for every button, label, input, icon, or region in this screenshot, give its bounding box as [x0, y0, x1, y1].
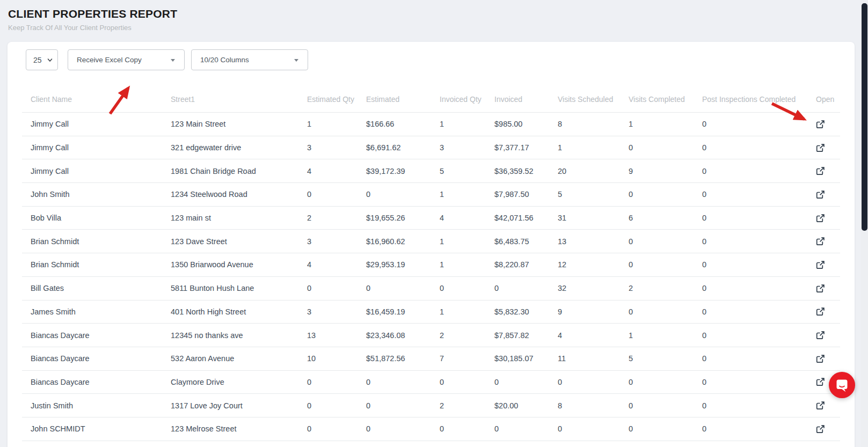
open-link-button[interactable]	[816, 166, 840, 175]
cell-invoiced: 0	[494, 424, 558, 433]
cell-invoiced: 0	[494, 378, 558, 386]
cell-visits-completed: 0	[629, 190, 702, 199]
table-row: Brian Schmidt 1350 Briarwood Avenue 4 $2…	[22, 253, 840, 277]
open-link-button[interactable]	[816, 120, 840, 129]
cell-estimated-qty: 0	[307, 190, 366, 199]
external-link-icon	[816, 143, 825, 152]
cell-street1: 123 main st	[171, 214, 307, 222]
cell-estimated-qty: 10	[307, 354, 366, 363]
table-row: Jimmy Call 1981 Chain Bridge Road 4 $39,…	[22, 159, 840, 183]
cell-client-name: Brian Schmidt	[31, 260, 171, 269]
cell-post-inspections-completed: 0	[702, 378, 816, 386]
caret-down-icon	[294, 59, 298, 62]
chat-button[interactable]	[829, 372, 855, 398]
table-row: Bob Villa 123 main st 2 $19,655.26 4 $42…	[22, 207, 840, 230]
cell-invoiced: $7,987.50	[494, 190, 558, 199]
cell-estimated-qty: 3	[307, 307, 366, 316]
cell-visits-scheduled: 11	[558, 354, 629, 363]
open-link-button[interactable]	[816, 401, 840, 410]
cell-client-name: John Smith	[31, 190, 171, 199]
open-link-button[interactable]	[816, 354, 840, 363]
cell-client-name: Brian Schmidt	[31, 237, 171, 246]
cell-invoiced: $7,377.17	[494, 143, 558, 152]
cell-visits-scheduled: 0	[558, 378, 629, 386]
receive-excel-copy-dropdown[interactable]: Receive Excel Copy	[68, 49, 185, 70]
external-link-icon	[816, 166, 825, 175]
cell-client-name: Biancas Daycare	[31, 354, 171, 363]
cell-visits-scheduled: 12	[558, 260, 629, 269]
cell-visits-completed: 2	[629, 284, 702, 292]
cell-street1: 123 Main Street	[171, 120, 307, 128]
table-row: Biancas Daycare 532 Aaron Avenue 10 $51,…	[22, 347, 840, 371]
report-card: 25 Receive Excel Copy 10/20 Columns Clie…	[8, 42, 855, 447]
cell-estimated: $19,655.26	[366, 214, 440, 222]
client-properties-table: Client NameStreet1Estimated QtyEstimated…	[22, 86, 840, 441]
cell-post-inspections-completed: 0	[702, 284, 816, 292]
page-size-select[interactable]: 25	[26, 49, 58, 70]
caret-down-icon	[171, 59, 175, 62]
table-row: Jimmy Call 123 Main Street 1 $166.66 1 $…	[22, 113, 840, 136]
cell-street1: 401 North High Street	[171, 307, 307, 316]
cell-estimated-qty: 0	[307, 284, 366, 292]
open-link-button[interactable]	[816, 424, 840, 434]
open-link-button[interactable]	[816, 143, 840, 152]
external-link-icon	[816, 260, 825, 269]
scrollbar-track[interactable]	[861, 0, 868, 447]
open-link-button[interactable]	[816, 190, 840, 199]
cell-client-name: Biancas Daycare	[31, 331, 171, 340]
cell-invoiced: $30,185.07	[494, 354, 558, 363]
cell-estimated-qty: 0	[307, 424, 366, 433]
scrollbar-thumb[interactable]	[862, 3, 867, 231]
column-header-invoiced: Invoiced	[494, 95, 558, 104]
cell-visits-completed: 0	[629, 378, 702, 386]
table-header-row: Client NameStreet1Estimated QtyEstimated…	[22, 86, 840, 113]
cell-post-inspections-completed: 0	[702, 190, 816, 199]
open-link-button[interactable]	[816, 260, 840, 269]
external-link-icon	[816, 377, 825, 386]
cell-client-name: James Smith	[31, 307, 171, 316]
cell-street1: 1981 Chain Bridge Road	[171, 167, 307, 175]
cell-post-inspections-completed: 0	[702, 354, 816, 363]
cell-visits-scheduled: 31	[558, 214, 629, 222]
column-header-visits-completed: Visits Completed	[629, 95, 702, 104]
open-link-button[interactable]	[816, 307, 840, 316]
external-link-icon	[816, 214, 825, 223]
open-link-button[interactable]	[816, 284, 840, 293]
cell-visits-completed: 0	[629, 143, 702, 152]
cell-street1: 1234 Steelwood Road	[171, 190, 307, 199]
cell-client-name: Bob Villa	[31, 214, 171, 222]
cell-visits-completed: 9	[629, 167, 702, 175]
cell-estimated-qty: 3	[307, 143, 366, 152]
cell-visits-completed: 1	[629, 120, 702, 128]
cell-client-name: Jimmy Call	[31, 143, 171, 152]
column-header-estimated: Estimated	[366, 95, 440, 104]
cell-visits-scheduled: 9	[558, 307, 629, 316]
cell-post-inspections-completed: 0	[702, 424, 816, 433]
cell-estimated: $29,953.19	[366, 260, 440, 269]
table-body: Jimmy Call 123 Main Street 1 $166.66 1 $…	[22, 113, 840, 441]
cell-invoiced-qty: 0	[440, 284, 494, 292]
cell-post-inspections-completed: 0	[702, 331, 816, 340]
cell-visits-scheduled: 8	[558, 120, 629, 128]
column-header-client-name: Client Name	[31, 95, 171, 104]
open-link-button[interactable]	[816, 331, 840, 340]
cell-invoiced-qty: 2	[440, 331, 494, 340]
cell-estimated-qty: 4	[307, 167, 366, 175]
open-link-button[interactable]	[816, 237, 840, 246]
table-row: John SCHMIDT 123 Melrose Street 0 0 0 0 …	[22, 417, 840, 441]
table-row: Justin Smith 1317 Love Joy Court 0 0 2 $…	[22, 394, 840, 417]
cell-estimated: $166.66	[366, 120, 440, 128]
cell-post-inspections-completed: 0	[702, 260, 816, 269]
cell-street1: 1317 Love Joy Court	[171, 401, 307, 410]
column-header-post-inspections-completed: Post Inspections Completed	[702, 95, 816, 104]
cell-post-inspections-completed: 0	[702, 237, 816, 246]
columns-dropdown[interactable]: 10/20 Columns	[191, 49, 308, 70]
external-link-icon	[816, 424, 825, 434]
external-link-icon	[816, 284, 825, 293]
open-link-button[interactable]	[816, 214, 840, 223]
cell-visits-scheduled: 4	[558, 331, 629, 340]
cell-visits-completed: 0	[629, 260, 702, 269]
cell-client-name: John SCHMIDT	[31, 424, 171, 433]
cell-invoiced-qty: 4	[440, 214, 494, 222]
cell-estimated: $16,960.62	[366, 237, 440, 246]
